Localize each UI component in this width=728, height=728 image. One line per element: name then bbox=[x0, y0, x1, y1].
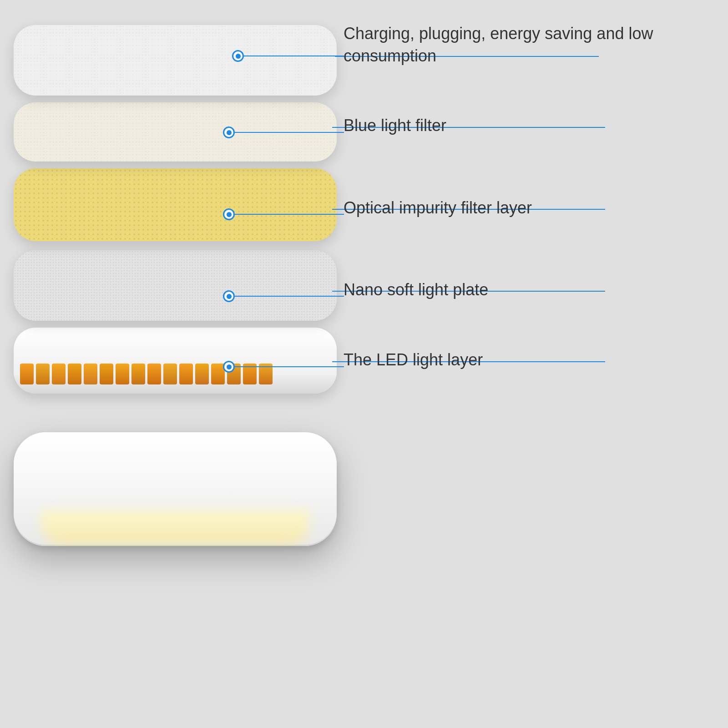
ann-line-3 bbox=[235, 214, 344, 215]
layer-3-panel bbox=[14, 168, 337, 241]
led-unit bbox=[131, 364, 145, 384]
led-unit bbox=[100, 364, 113, 384]
annotation-1 bbox=[232, 50, 344, 62]
ann-dot-2 bbox=[223, 126, 235, 138]
led-unit bbox=[68, 364, 81, 384]
ann-dot-4 bbox=[223, 290, 235, 302]
annotation-4 bbox=[223, 290, 344, 302]
assembled-lamp bbox=[14, 432, 337, 546]
annotation-5 bbox=[223, 361, 344, 373]
ann-label-2: Blue light filter bbox=[344, 116, 446, 135]
led-unit bbox=[179, 364, 193, 384]
ann-dot-5 bbox=[223, 361, 235, 373]
lamp-highlight bbox=[50, 441, 300, 443]
ann-line-4 bbox=[235, 296, 344, 297]
led-unit bbox=[84, 364, 97, 384]
ann-dot-1 bbox=[232, 50, 244, 62]
annotation-2 bbox=[223, 126, 344, 138]
ann-line-1 bbox=[244, 56, 344, 56]
ann-dot-3 bbox=[223, 208, 235, 220]
led-unit bbox=[20, 364, 34, 384]
led-unit bbox=[116, 364, 129, 384]
lamp-glow-effect bbox=[41, 510, 309, 546]
ann-label-1: Charging, plugging, energy saving and lo… bbox=[344, 23, 728, 67]
annotation-3 bbox=[223, 208, 344, 220]
led-unit bbox=[52, 364, 66, 384]
led-unit bbox=[36, 364, 50, 384]
ann-line-2 bbox=[235, 132, 344, 133]
ann-label-5: The LED light layer bbox=[344, 350, 483, 369]
page-background: Charging, plugging, energy saving and lo… bbox=[0, 0, 728, 728]
led-unit bbox=[147, 364, 161, 384]
led-unit bbox=[163, 364, 177, 384]
ann-line-5 bbox=[235, 366, 344, 367]
ann-label-4: Nano soft light plate bbox=[344, 280, 488, 299]
led-unit bbox=[195, 364, 209, 384]
ann-label-3: Optical impurity filter layer bbox=[344, 198, 532, 217]
layer-4-panel bbox=[14, 250, 337, 321]
